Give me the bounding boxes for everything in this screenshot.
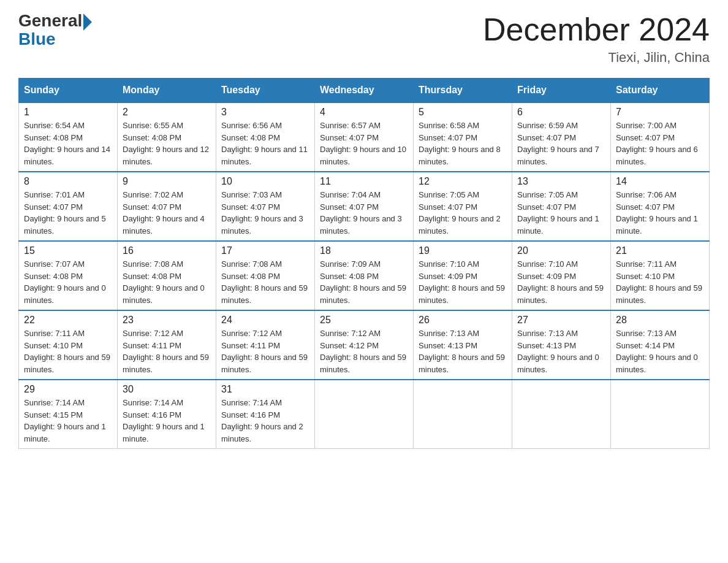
day-info: Sunrise: 7:04 AMSunset: 4:07 PMDaylight:… (320, 189, 408, 237)
day-cell: 24Sunrise: 7:12 AMSunset: 4:11 PMDayligh… (216, 310, 315, 380)
day-number: 13 (517, 176, 605, 187)
day-info: Sunrise: 7:14 AMSunset: 4:16 PMDaylight:… (221, 397, 309, 445)
day-info: Sunrise: 7:13 AMSunset: 4:13 PMDaylight:… (517, 327, 605, 375)
day-number: 3 (221, 107, 309, 118)
day-info: Sunrise: 7:06 AMSunset: 4:07 PMDaylight:… (616, 189, 704, 237)
day-cell: 11Sunrise: 7:04 AMSunset: 4:07 PMDayligh… (315, 172, 414, 241)
day-number: 22 (24, 315, 112, 326)
day-number: 7 (616, 107, 704, 118)
day-number: 19 (419, 245, 507, 256)
day-info: Sunrise: 7:11 AMSunset: 4:10 PMDaylight:… (24, 327, 112, 375)
day-info: Sunrise: 7:07 AMSunset: 4:08 PMDaylight:… (24, 258, 112, 306)
week-row-3: 15Sunrise: 7:07 AMSunset: 4:08 PMDayligh… (19, 241, 710, 310)
calendar-subtitle: Tiexi, Jilin, China (483, 50, 710, 66)
day-info: Sunrise: 7:08 AMSunset: 4:08 PMDaylight:… (123, 258, 211, 306)
day-info: Sunrise: 7:14 AMSunset: 4:16 PMDaylight:… (123, 397, 211, 445)
header-row: SundayMondayTuesdayWednesdayThursdayFrid… (19, 79, 710, 103)
day-cell: 3Sunrise: 6:56 AMSunset: 4:08 PMDaylight… (216, 102, 315, 172)
day-number: 23 (123, 315, 211, 326)
day-info: Sunrise: 7:09 AMSunset: 4:08 PMDaylight:… (320, 258, 408, 306)
week-row-1: 1Sunrise: 6:54 AMSunset: 4:08 PMDaylight… (19, 102, 710, 172)
logo-arrow-icon (83, 13, 92, 31)
day-cell (315, 380, 414, 449)
day-info: Sunrise: 7:02 AMSunset: 4:07 PMDaylight:… (123, 189, 211, 237)
day-info: Sunrise: 7:11 AMSunset: 4:10 PMDaylight:… (616, 258, 704, 306)
day-cell: 12Sunrise: 7:05 AMSunset: 4:07 PMDayligh… (414, 172, 512, 241)
day-number: 12 (419, 176, 507, 187)
day-info: Sunrise: 7:03 AMSunset: 4:07 PMDaylight:… (221, 189, 309, 237)
day-info: Sunrise: 7:00 AMSunset: 4:07 PMDaylight:… (616, 120, 704, 167)
day-cell: 29Sunrise: 7:14 AMSunset: 4:15 PMDayligh… (19, 380, 118, 449)
title-block: December 2024 Tiexi, Jilin, China (483, 12, 710, 66)
day-number: 6 (517, 107, 605, 118)
day-cell: 17Sunrise: 7:08 AMSunset: 4:08 PMDayligh… (216, 241, 315, 310)
day-number: 18 (320, 245, 408, 256)
day-info: Sunrise: 7:13 AMSunset: 4:13 PMDaylight:… (419, 327, 507, 375)
day-cell: 16Sunrise: 7:08 AMSunset: 4:08 PMDayligh… (118, 241, 216, 310)
day-info: Sunrise: 6:59 AMSunset: 4:07 PMDaylight:… (517, 120, 605, 167)
day-cell (512, 380, 611, 449)
header-cell-sunday: Sunday (19, 79, 118, 103)
day-info: Sunrise: 6:57 AMSunset: 4:07 PMDaylight:… (320, 120, 408, 167)
day-cell: 26Sunrise: 7:13 AMSunset: 4:13 PMDayligh… (414, 310, 512, 380)
day-cell: 7Sunrise: 7:00 AMSunset: 4:07 PMDaylight… (611, 102, 710, 172)
day-number: 17 (221, 245, 309, 256)
day-number: 30 (123, 384, 211, 395)
logo-blue: Blue (18, 29, 56, 49)
day-cell: 13Sunrise: 7:05 AMSunset: 4:07 PMDayligh… (512, 172, 611, 241)
day-number: 16 (123, 245, 211, 256)
day-info: Sunrise: 7:13 AMSunset: 4:14 PMDaylight:… (616, 327, 704, 375)
day-number: 8 (24, 176, 112, 187)
day-number: 20 (517, 245, 605, 256)
day-cell: 25Sunrise: 7:12 AMSunset: 4:12 PMDayligh… (315, 310, 414, 380)
day-number: 5 (419, 107, 507, 118)
day-info: Sunrise: 7:12 AMSunset: 4:12 PMDaylight:… (320, 327, 408, 375)
day-cell: 28Sunrise: 7:13 AMSunset: 4:14 PMDayligh… (611, 310, 710, 380)
day-info: Sunrise: 6:55 AMSunset: 4:08 PMDaylight:… (123, 120, 211, 167)
day-cell: 2Sunrise: 6:55 AMSunset: 4:08 PMDaylight… (118, 102, 216, 172)
day-number: 24 (221, 315, 309, 326)
day-info: Sunrise: 6:58 AMSunset: 4:07 PMDaylight:… (419, 120, 507, 167)
day-cell: 5Sunrise: 6:58 AMSunset: 4:07 PMDaylight… (414, 102, 512, 172)
day-cell: 27Sunrise: 7:13 AMSunset: 4:13 PMDayligh… (512, 310, 611, 380)
day-cell: 1Sunrise: 6:54 AMSunset: 4:08 PMDaylight… (19, 102, 118, 172)
logo-general: General (18, 11, 82, 30)
day-cell: 8Sunrise: 7:01 AMSunset: 4:07 PMDaylight… (19, 172, 118, 241)
day-cell: 4Sunrise: 6:57 AMSunset: 4:07 PMDaylight… (315, 102, 414, 172)
day-info: Sunrise: 7:05 AMSunset: 4:07 PMDaylight:… (419, 189, 507, 237)
day-number: 25 (320, 315, 408, 326)
day-number: 2 (123, 107, 211, 118)
header-cell-monday: Monday (118, 79, 216, 103)
day-cell: 21Sunrise: 7:11 AMSunset: 4:10 PMDayligh… (611, 241, 710, 310)
header-cell-saturday: Saturday (611, 79, 710, 103)
day-info: Sunrise: 7:08 AMSunset: 4:08 PMDaylight:… (221, 258, 309, 306)
day-info: Sunrise: 6:54 AMSunset: 4:08 PMDaylight:… (24, 120, 112, 167)
day-cell: 14Sunrise: 7:06 AMSunset: 4:07 PMDayligh… (611, 172, 710, 241)
day-number: 28 (616, 315, 704, 326)
day-info: Sunrise: 7:12 AMSunset: 4:11 PMDaylight:… (221, 327, 309, 375)
day-number: 11 (320, 176, 408, 187)
week-row-2: 8Sunrise: 7:01 AMSunset: 4:07 PMDaylight… (19, 172, 710, 241)
day-info: Sunrise: 6:56 AMSunset: 4:08 PMDaylight:… (221, 120, 309, 167)
week-row-4: 22Sunrise: 7:11 AMSunset: 4:10 PMDayligh… (19, 310, 710, 380)
day-cell: 18Sunrise: 7:09 AMSunset: 4:08 PMDayligh… (315, 241, 414, 310)
day-number: 10 (221, 176, 309, 187)
day-cell (611, 380, 710, 449)
header-cell-thursday: Thursday (414, 79, 512, 103)
day-cell: 23Sunrise: 7:12 AMSunset: 4:11 PMDayligh… (118, 310, 216, 380)
header-cell-tuesday: Tuesday (216, 79, 315, 103)
page-header: General Blue December 2024 Tiexi, Jilin,… (18, 12, 710, 66)
day-number: 26 (419, 315, 507, 326)
calendar-table: SundayMondayTuesdayWednesdayThursdayFrid… (18, 78, 710, 449)
week-row-5: 29Sunrise: 7:14 AMSunset: 4:15 PMDayligh… (19, 380, 710, 449)
day-number: 31 (221, 384, 309, 395)
day-info: Sunrise: 7:10 AMSunset: 4:09 PMDaylight:… (517, 258, 605, 306)
day-cell: 9Sunrise: 7:02 AMSunset: 4:07 PMDaylight… (118, 172, 216, 241)
day-info: Sunrise: 7:10 AMSunset: 4:09 PMDaylight:… (419, 258, 507, 306)
day-info: Sunrise: 7:05 AMSunset: 4:07 PMDaylight:… (517, 189, 605, 237)
day-number: 29 (24, 384, 112, 395)
day-cell: 31Sunrise: 7:14 AMSunset: 4:16 PMDayligh… (216, 380, 315, 449)
day-number: 1 (24, 107, 112, 118)
day-number: 4 (320, 107, 408, 118)
day-number: 15 (24, 245, 112, 256)
